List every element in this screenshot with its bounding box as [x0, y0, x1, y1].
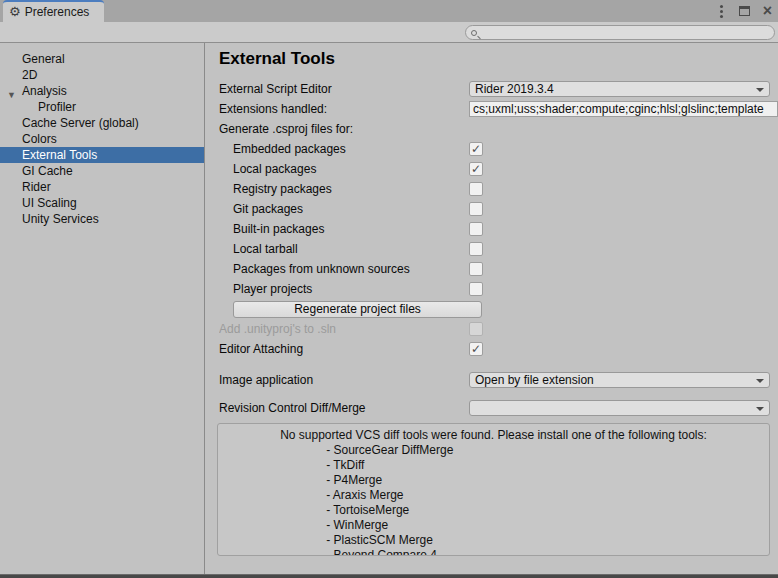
help-box-intro: No supported VCS diff tools were found. … — [280, 428, 707, 443]
help-box-tool: - P4Merge — [280, 473, 707, 488]
checkbox-row: Built-in packages — [219, 219, 778, 239]
extensions-handled-row: Extensions handled: cs;uxml;uss;shader;c… — [219, 99, 778, 119]
gear-icon — [9, 5, 21, 19]
chevron-down-icon — [756, 88, 764, 92]
external-script-editor-label: External Script Editor — [219, 82, 469, 96]
maximize-icon[interactable] — [739, 6, 750, 16]
regenerate-project-files-button[interactable]: Regenerate project files — [233, 301, 482, 318]
external-script-editor-row: External Script Editor Rider 2019.3.4 — [219, 79, 778, 99]
built-in-packages-checkbox[interactable] — [469, 222, 483, 236]
checkbox-row: Local packages — [219, 159, 778, 179]
embedded-packages-checkbox[interactable] — [469, 142, 483, 156]
external-script-editor-dropdown[interactable]: Rider 2019.3.4 — [469, 81, 770, 97]
add-unityproj-checkbox — [469, 322, 483, 336]
registry-packages-checkbox[interactable] — [469, 182, 483, 196]
extensions-handled-label: Extensions handled: — [219, 102, 469, 116]
chevron-down-icon — [756, 379, 764, 383]
add-unityproj-row: Add .unityproj's to .sln — [219, 319, 778, 339]
regenerate-row: Regenerate project files — [219, 299, 778, 319]
main-panel: External Tools External Script Editor Ri… — [205, 43, 778, 574]
editor-attaching-row: Editor Attaching — [219, 339, 778, 359]
generate-csproj-label: Generate .csproj files for: — [219, 122, 469, 136]
help-box-tool: - Beyond Compare 4 — [280, 548, 707, 556]
page-title: External Tools — [219, 49, 778, 69]
preferences-window: Preferences × General 2D Analysis Profil… — [0, 0, 778, 578]
checkbox-row: Packages from unknown sources — [219, 259, 778, 279]
player-projects-checkbox[interactable] — [469, 282, 483, 296]
sidebar-item-general[interactable]: General — [0, 51, 204, 67]
sidebar: General 2D Analysis Profiler Cache Serve… — [0, 43, 205, 574]
image-application-dropdown[interactable]: Open by file extension — [469, 372, 770, 388]
tab-title: Preferences — [25, 5, 90, 19]
local-packages-checkbox[interactable] — [469, 162, 483, 176]
sidebar-item-gi-cache[interactable]: GI Cache — [0, 163, 204, 179]
sidebar-item-colors[interactable]: Colors — [0, 131, 204, 147]
revision-control-dropdown[interactable] — [469, 400, 770, 416]
editor-attaching-checkbox[interactable] — [469, 342, 483, 356]
revision-control-row: Revision Control Diff/Merge — [219, 398, 778, 418]
editor-attaching-label: Editor Attaching — [219, 342, 469, 356]
tab-bar: Preferences × — [0, 0, 778, 22]
help-box-tool: - SourceGear DiffMerge — [280, 443, 707, 458]
tab-preferences[interactable]: Preferences — [3, 0, 104, 22]
sidebar-item-cache-server[interactable]: Cache Server (global) — [0, 115, 204, 131]
extensions-handled-input[interactable]: cs;uxml;uss;shader;compute;cginc;hlsl;gl… — [469, 101, 778, 117]
sidebar-item-external-tools[interactable]: External Tools — [0, 147, 204, 163]
sidebar-item-profiler[interactable]: Profiler — [0, 99, 204, 115]
checkbox-row: Embedded packages — [219, 139, 778, 159]
close-icon[interactable]: × — [763, 6, 772, 16]
checkbox-row: Registry packages — [219, 179, 778, 199]
local-tarball-checkbox[interactable] — [469, 242, 483, 256]
packages-unknown-sources-checkbox[interactable] — [469, 262, 483, 276]
search-field[interactable] — [465, 25, 775, 40]
sidebar-item-2d[interactable]: 2D — [0, 67, 204, 83]
image-application-label: Image application — [219, 373, 469, 387]
search-input[interactable] — [480, 26, 774, 39]
search-icon — [471, 30, 477, 36]
chevron-down-icon — [756, 407, 764, 411]
window-controls: × — [717, 0, 772, 22]
sidebar-item-analysis[interactable]: Analysis — [0, 83, 204, 99]
checkbox-row: Local tarball — [219, 239, 778, 259]
menu-dots-icon[interactable] — [720, 10, 723, 13]
help-box-tool: - PlasticSCM Merge — [280, 533, 707, 548]
sidebar-item-ui-scaling[interactable]: UI Scaling — [0, 195, 204, 211]
generate-csproj-row: Generate .csproj files for: — [219, 119, 778, 139]
checkbox-row: Git packages — [219, 199, 778, 219]
window-bottom-edge — [0, 574, 778, 578]
image-application-row: Image application Open by file extension — [219, 370, 778, 390]
help-box-tool: - WinMerge — [280, 518, 707, 533]
git-packages-checkbox[interactable] — [469, 202, 483, 216]
help-box-tool: - TkDiff — [280, 458, 707, 473]
help-box-tool: - Araxis Merge — [280, 488, 707, 503]
revision-control-label: Revision Control Diff/Merge — [219, 401, 469, 415]
add-unityproj-label: Add .unityproj's to .sln — [219, 322, 469, 336]
sidebar-item-rider[interactable]: Rider — [0, 179, 204, 195]
vcs-help-box: No supported VCS diff tools were found. … — [217, 423, 770, 556]
help-box-tool: - TortoiseMerge — [280, 503, 707, 518]
toolbar — [0, 22, 778, 43]
sidebar-item-unity-services[interactable]: Unity Services — [0, 211, 204, 227]
checkbox-row: Player projects — [219, 279, 778, 299]
